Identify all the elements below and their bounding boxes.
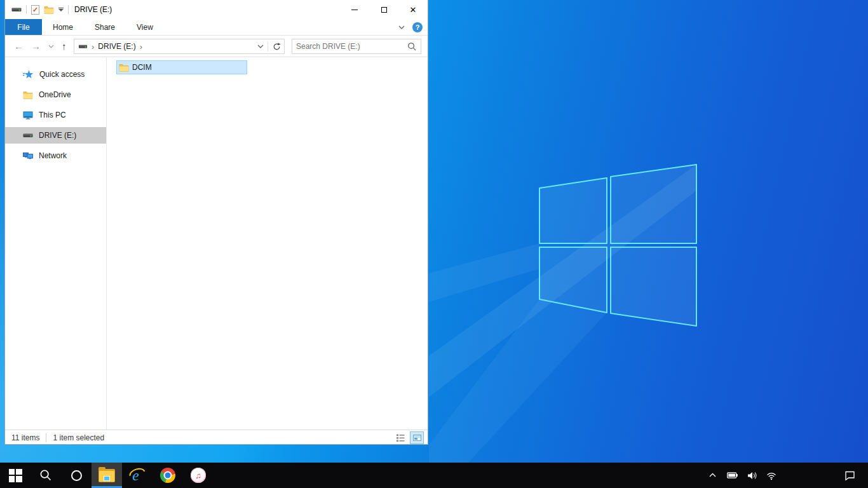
ribbon-tab-row: File Home Share View ? bbox=[5, 19, 428, 36]
taskbar-itunes-button[interactable]: ♫ bbox=[183, 463, 214, 488]
tab-view[interactable]: View bbox=[126, 19, 164, 35]
quick-access-toolbar: DRIVE (E:) bbox=[5, 0, 112, 19]
breadcrumb-separator[interactable]: › bbox=[140, 42, 142, 51]
close-icon: ✕ bbox=[410, 6, 417, 14]
sidebar-item-label: This PC bbox=[39, 111, 66, 119]
window-title: DRIVE (E:) bbox=[74, 5, 112, 14]
back-button[interactable]: ← bbox=[14, 41, 24, 51]
properties-check-icon[interactable] bbox=[31, 5, 39, 15]
wifi-icon bbox=[766, 471, 776, 480]
battery-icon bbox=[727, 470, 738, 480]
cortana-button[interactable] bbox=[61, 463, 92, 488]
navigation-pane: Quick access OneDrive This PC DRIVE (E:)… bbox=[5, 57, 107, 430]
sidebar-item-label: DRIVE (E:) bbox=[39, 131, 76, 140]
address-dropdown-chevron-icon[interactable] bbox=[257, 44, 264, 49]
cortana-circle-icon bbox=[71, 470, 82, 481]
sidebar-item-this-pc[interactable]: This PC bbox=[5, 107, 106, 123]
tab-file[interactable]: File bbox=[5, 19, 42, 35]
sidebar-item-quick-access[interactable]: Quick access bbox=[5, 66, 106, 83]
volume-icon bbox=[747, 471, 757, 480]
items-count: 11 items bbox=[11, 433, 39, 442]
sidebar-item-network[interactable]: Network bbox=[5, 147, 106, 164]
search-input[interactable] bbox=[292, 42, 407, 51]
action-center-icon bbox=[844, 470, 855, 481]
quick-access-star-icon bbox=[23, 69, 34, 79]
new-folder-icon[interactable] bbox=[44, 4, 54, 15]
taskbar-internet-explorer-button[interactable]: e bbox=[122, 463, 153, 488]
file-list[interactable]: DCIM bbox=[107, 57, 428, 430]
separator bbox=[68, 5, 69, 14]
taskbar-chrome-button[interactable] bbox=[153, 463, 183, 488]
thumbnails-view-button[interactable] bbox=[410, 431, 424, 444]
itunes-icon: ♫ bbox=[191, 468, 206, 483]
sidebar-item-onedrive[interactable]: OneDrive bbox=[5, 86, 106, 103]
close-button[interactable]: ✕ bbox=[398, 0, 428, 19]
maximize-icon bbox=[381, 7, 387, 13]
details-view-icon bbox=[396, 433, 405, 443]
separator bbox=[26, 5, 27, 14]
volume-status[interactable] bbox=[745, 463, 759, 488]
taskbar-search-button[interactable] bbox=[31, 463, 61, 488]
window-controls: ✕ bbox=[340, 0, 428, 19]
tab-home[interactable]: Home bbox=[42, 19, 84, 35]
separator bbox=[268, 41, 268, 51]
search-icon bbox=[39, 469, 52, 482]
network-icon bbox=[23, 151, 33, 161]
up-button[interactable]: ↑ bbox=[62, 41, 67, 51]
chevron-up-icon bbox=[709, 473, 717, 478]
drive-icon bbox=[78, 42, 88, 51]
recent-locations-chevron-icon[interactable] bbox=[48, 44, 54, 49]
sidebar-item-drive-e[interactable]: DRIVE (E:) bbox=[5, 127, 106, 144]
selection-count: 1 item selected bbox=[53, 433, 104, 442]
separator bbox=[46, 433, 46, 442]
help-icon[interactable]: ? bbox=[412, 22, 423, 32]
windows-logo-icon bbox=[9, 469, 22, 482]
folder-icon bbox=[119, 62, 129, 72]
file-explorer-window: DRIVE (E:) ✕ File Home Share View ? ← → … bbox=[4, 0, 428, 445]
search-box bbox=[292, 39, 421, 54]
breadcrumb-separator: › bbox=[92, 42, 94, 51]
system-tray bbox=[705, 463, 778, 488]
file-explorer-icon bbox=[98, 469, 115, 482]
large-thumbnails-view-icon bbox=[413, 435, 421, 441]
taskbar: e ♫ bbox=[0, 463, 868, 488]
taskbar-file-explorer-button[interactable] bbox=[92, 463, 122, 488]
minimize-button[interactable] bbox=[340, 0, 369, 19]
chrome-icon bbox=[160, 468, 175, 483]
search-icon[interactable] bbox=[407, 42, 417, 51]
internet-explorer-icon: e bbox=[128, 466, 146, 484]
start-button[interactable] bbox=[0, 463, 31, 488]
action-center-button[interactable] bbox=[837, 463, 862, 488]
title-bar[interactable]: DRIVE (E:) ✕ bbox=[5, 0, 428, 19]
file-item-dcim[interactable]: DCIM bbox=[116, 60, 247, 74]
customize-qat-dropdown-icon[interactable] bbox=[58, 8, 64, 12]
hidden-icons-button[interactable] bbox=[705, 463, 719, 488]
drive-icon bbox=[11, 4, 22, 15]
refresh-icon[interactable] bbox=[272, 42, 281, 51]
tab-share[interactable]: Share bbox=[84, 19, 126, 35]
sidebar-item-label: Network bbox=[39, 151, 67, 160]
address-bar[interactable]: › DRIVE (E:) › bbox=[74, 39, 285, 54]
status-bar: 11 items 1 item selected bbox=[5, 430, 428, 445]
minimize-icon bbox=[351, 10, 358, 10]
details-view-button[interactable] bbox=[393, 431, 407, 444]
breadcrumb-drive[interactable]: DRIVE (E:) bbox=[98, 42, 135, 51]
expand-ribbon-chevron-icon[interactable] bbox=[398, 25, 405, 30]
file-item-label: DCIM bbox=[132, 63, 152, 72]
sidebar-item-label: Quick access bbox=[39, 70, 85, 79]
maximize-button[interactable] bbox=[369, 0, 398, 19]
navigation-bar: ← → ↑ › DRIVE (E:) › bbox=[5, 36, 428, 57]
forward-button[interactable]: → bbox=[31, 41, 41, 51]
battery-status[interactable] bbox=[725, 463, 739, 488]
folder-icon bbox=[23, 90, 33, 100]
computer-icon bbox=[23, 110, 33, 120]
drive-icon bbox=[23, 130, 33, 140]
network-status[interactable] bbox=[764, 463, 778, 488]
sidebar-item-label: OneDrive bbox=[39, 90, 71, 99]
